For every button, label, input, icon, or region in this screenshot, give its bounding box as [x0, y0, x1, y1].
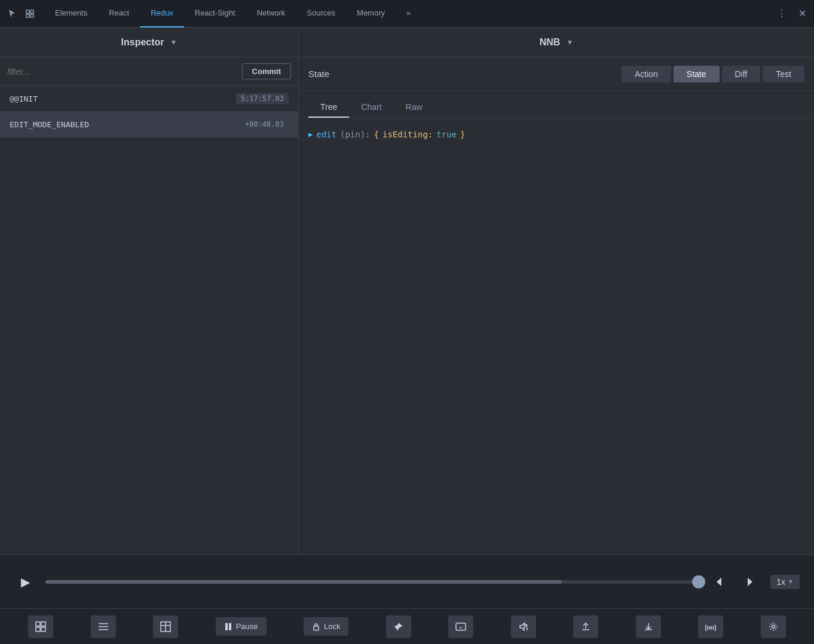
lock-button[interactable]: Lock	[304, 617, 348, 636]
tree-expand-arrow[interactable]: ▶	[308, 129, 313, 140]
tab-redux[interactable]: Redux	[140, 0, 184, 27]
tree-inner-key: isEditing:	[382, 128, 433, 141]
toolbar-broadcast-button[interactable]	[698, 615, 723, 638]
svg-rect-3	[30, 14, 33, 17]
inspector-section: Inspector ▼	[0, 27, 299, 57]
svg-rect-9	[41, 627, 45, 631]
action-name-edit-mode: EDIT_MODE_ENABLED	[10, 120, 89, 129]
main-content: Commit @@INIT 5:17:57.03 EDIT_MODE_ENABL…	[0, 57, 814, 554]
nnb-title: NNB	[540, 37, 561, 48]
view-tabs: Tree Chart Raw	[299, 91, 814, 118]
speed-dropdown-arrow: ▼	[788, 578, 794, 585]
tree-content: ▶ edit (pin): { isEditing: true }	[299, 118, 814, 554]
toolbar-mute-button[interactable]	[511, 615, 536, 638]
toolbar-upload-button[interactable]	[573, 615, 598, 638]
close-icon[interactable]: ✕	[795, 7, 809, 21]
inspect-icon[interactable]	[23, 7, 37, 21]
view-tab-chart[interactable]: Chart	[349, 97, 393, 118]
left-panel: Commit @@INIT 5:17:57.03 EDIT_MODE_ENABL…	[0, 57, 299, 554]
toolbar-keyboard-button[interactable]	[448, 615, 473, 638]
tab-state[interactable]: State	[674, 66, 720, 82]
playback-bar: ▶ 1x ▼	[0, 554, 814, 608]
speed-selector[interactable]: 1x ▼	[770, 575, 800, 589]
svg-rect-7	[41, 622, 45, 626]
svg-rect-1	[30, 10, 33, 13]
tab-action[interactable]: Action	[622, 66, 671, 82]
next-button[interactable]	[739, 571, 761, 593]
action-name-init: @@INIT	[10, 94, 38, 103]
svg-rect-17	[229, 623, 231, 630]
tab-react[interactable]: React	[98, 0, 140, 27]
svg-rect-2	[26, 14, 29, 17]
lock-label: Lock	[324, 622, 340, 631]
view-tab-raw[interactable]: Raw	[394, 97, 434, 118]
inspector-title: Inspector	[121, 37, 164, 48]
play-button[interactable]: ▶	[14, 571, 36, 593]
prev-button[interactable]	[708, 571, 730, 593]
toolbar-settings-button[interactable]	[761, 615, 786, 638]
tab-diff[interactable]: Diff	[722, 66, 761, 82]
toolbar-grid-icon-1[interactable]	[28, 615, 53, 638]
filter-input[interactable]	[7, 67, 237, 76]
svg-rect-0	[26, 10, 29, 13]
cursor-icon[interactable]	[5, 7, 19, 21]
tab-network[interactable]: Network	[246, 0, 296, 27]
svg-point-28	[709, 627, 712, 629]
nnb-section: NNB ▼	[299, 27, 814, 57]
top-bar-right-actions: ⋮ ✕	[775, 7, 809, 21]
tab-sources[interactable]: Sources	[296, 0, 346, 27]
bottom-toolbar: Pause Lock	[0, 608, 814, 644]
commit-button[interactable]: Commit	[242, 63, 291, 79]
pause-button[interactable]: Pause	[216, 617, 267, 636]
toolbar-download-button[interactable]	[636, 615, 661, 638]
svg-rect-16	[225, 623, 228, 630]
top-tab-bar: Elements React Redux React-Sight Network…	[0, 0, 814, 27]
tree-value-true: true	[436, 128, 457, 141]
action-list: @@INIT 5:17:57.03 EDIT_MODE_ENABLED +00:…	[0, 86, 298, 554]
tab-list: Elements React Redux React-Sight Network…	[44, 0, 775, 27]
more-options-icon[interactable]: ⋮	[775, 7, 789, 21]
view-tab-tree[interactable]: Tree	[308, 97, 349, 118]
second-header: Inspector ▼ NNB ▼	[0, 27, 814, 57]
tree-brace-close: }	[460, 128, 465, 141]
svg-rect-6	[36, 622, 40, 626]
svg-marker-5	[748, 578, 752, 586]
tree-meta-pin: (pin):	[340, 128, 371, 141]
nnb-dropdown-arrow[interactable]: ▼	[566, 38, 573, 47]
devtools-icons	[5, 7, 37, 21]
toolbar-grid-icon-2[interactable]	[91, 615, 116, 638]
right-panel: State Action State Diff Test Tree Chart …	[299, 57, 814, 554]
action-item-edit-mode[interactable]: EDIT_MODE_ENABLED +00:48.03	[0, 112, 298, 137]
svg-marker-4	[717, 578, 721, 586]
tree-key-edit: edit	[316, 128, 336, 141]
tree-brace-open: {	[374, 128, 379, 141]
tab-test[interactable]: Test	[763, 66, 804, 82]
progress-knob[interactable]	[692, 575, 705, 588]
action-item-init[interactable]: @@INIT 5:17:57.03	[0, 86, 298, 112]
tab-elements[interactable]: Elements	[44, 0, 98, 27]
pause-label: Pause	[236, 622, 258, 631]
action-time-init: 5:17:57.03	[236, 93, 289, 104]
svg-rect-18	[314, 626, 319, 630]
speed-label: 1x	[776, 577, 785, 587]
progress-bar[interactable]	[45, 580, 699, 584]
right-tab-group: Action State Diff Test	[622, 66, 804, 82]
action-time-edit-mode: +00:48.03	[240, 119, 289, 130]
svg-rect-8	[36, 627, 40, 631]
svg-rect-19	[456, 623, 466, 630]
state-label: State	[308, 69, 622, 79]
toolbar-pin-button[interactable]	[386, 615, 411, 638]
tab-more[interactable]: »	[396, 0, 421, 27]
tab-memory[interactable]: Memory	[346, 0, 396, 27]
progress-fill	[45, 580, 562, 584]
tab-react-sight[interactable]: React-Sight	[184, 0, 246, 27]
right-top-bar: State Action State Diff Test	[299, 57, 814, 91]
svg-point-29	[772, 625, 775, 628]
tree-line-edit: ▶ edit (pin): { isEditing: true }	[308, 128, 804, 141]
filter-bar: Commit	[0, 57, 298, 86]
toolbar-grid-icon-3[interactable]	[153, 615, 178, 638]
inspector-dropdown-arrow[interactable]: ▼	[170, 38, 178, 47]
